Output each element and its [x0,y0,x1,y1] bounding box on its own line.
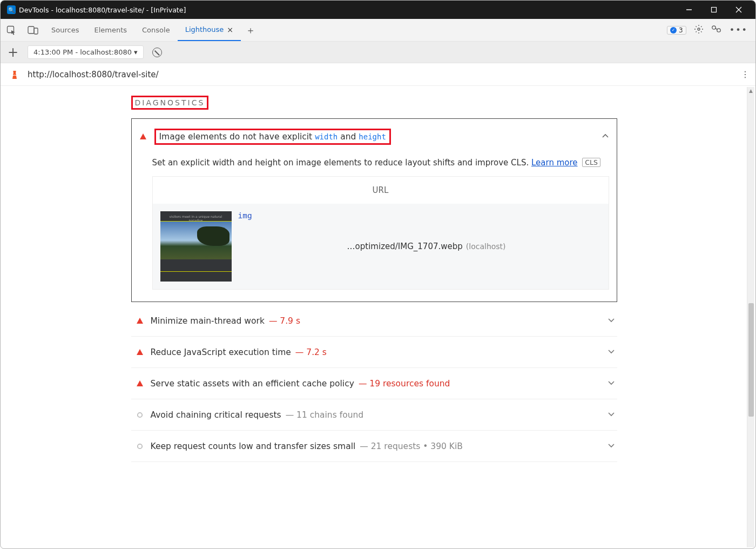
svg-rect-7 [14,71,16,72]
issues-count: 3 [679,26,683,34]
chevron-down-icon [608,379,615,388]
clear-report-icon[interactable] [152,48,162,57]
audit-description: Set an explicit width and height on imag… [152,158,609,168]
report-menu-icon[interactable]: ⋮ [741,69,750,79]
titlebar: 🔍 DevTools - localhost:8080/travel-site/… [1,1,755,19]
device-toolbar-icon[interactable] [22,19,44,42]
diagnostic-row[interactable]: Reduce JavaScript execution time— 7.2 s [131,337,617,368]
audit-title: Image elements do not have explicit widt… [154,129,391,145]
new-report-button[interactable]: + [4,45,22,60]
svg-point-8 [137,412,141,417]
tab-sources[interactable]: Sources [44,19,86,41]
report-selector[interactable]: 4:13:00 PM - localhost:8080 ▾ [28,45,144,59]
table-row: visitors meet in a unique natural paradi… [153,204,609,289]
diagnostic-title: Keep request counts low and transfer siz… [151,441,356,451]
more-tabs-button[interactable]: ＋ [241,24,260,37]
inspect-icon[interactable] [1,19,22,42]
url-bar: http://localhost:8080/travel-site/ ⋮ [1,63,755,86]
triangle-icon [139,133,147,140]
experiments-icon[interactable] [711,24,722,36]
lighthouse-icon [9,69,20,80]
minimize-button[interactable] [677,1,701,19]
chevron-down-icon [608,410,615,419]
tab-console[interactable]: Console [134,19,178,41]
diagnostic-row[interactable]: Avoid chaining critical requests— 11 cha… [131,399,617,431]
audit-expanded-panel: Image elements do not have explicit widt… [131,118,617,302]
element-tag: img [238,211,252,220]
scrollbar-thumb[interactable] [748,303,754,417]
circle-icon [133,443,146,450]
section-heading: DIAGNOSTICS [131,96,617,110]
maximize-button[interactable] [701,1,726,19]
devtools-tabstrip: SourcesElementsConsoleLighthouse× ＋ ✓ 3 … [1,19,755,42]
diagnostic-meta: — 19 resources found [359,379,450,389]
svg-rect-0 [712,8,717,12]
window-title: DevTools - localhost:8080/travel-site/ -… [19,6,677,14]
tab-elements[interactable]: Elements [86,19,134,41]
diagnostic-title: Minimize main-thread work [151,316,265,326]
triangle-icon [133,349,146,356]
tab-lighthouse[interactable]: Lighthouse× [178,19,241,41]
chevron-up-icon [602,132,609,142]
close-tab-icon[interactable]: × [227,25,233,34]
scrollbar[interactable]: ▲ [747,87,754,547]
svg-point-6 [717,29,720,32]
page-url: http://localhost:8080/travel-site/ [28,70,159,79]
diagnostic-row[interactable]: Keep request counts low and transfer siz… [131,431,617,462]
diagnostic-title: Avoid chaining critical requests [151,410,281,420]
report-content: DIAGNOSTICS Image elements do not have e… [1,87,747,548]
cls-chip: CLS [582,158,600,167]
diagnostic-meta: — 21 requests • 390 KiB [360,441,463,451]
scroll-up-icon[interactable]: ▲ [747,88,754,93]
circle-icon [133,412,146,418]
diagnostic-meta: — 7.2 s [295,347,327,357]
kebab-menu[interactable]: ••• [730,25,748,35]
chevron-down-icon [608,441,615,451]
diagnostic-row[interactable]: Serve static assets with an efficient ca… [131,368,617,399]
svg-point-9 [137,444,141,448]
svg-rect-2 [28,26,34,34]
triangle-icon [133,380,146,387]
audit-url-table: URL visitors meet in a unique natural pa… [152,176,609,290]
chevron-down-icon [608,347,615,357]
close-window-button[interactable] [726,1,751,19]
app-icon: 🔍 [7,5,16,14]
svg-point-4 [698,28,700,30]
thumbnail: visitors meet in a unique natural paradi… [160,211,232,282]
chevron-down-icon: ▾ [134,48,138,56]
issues-badge[interactable]: ✓ 3 [667,26,686,35]
column-header: URL [153,177,609,204]
resource-path: …optimized/IMG_1707.webp (localhost) [347,242,506,251]
diagnostic-meta: — 11 chains found [286,410,363,420]
svg-point-5 [712,26,715,29]
chevron-down-icon [608,316,615,325]
report-bar: + 4:13:00 PM - localhost:8080 ▾ [1,42,755,63]
diagnostic-meta: — 7.9 s [269,316,300,326]
diagnostic-title: Serve static assets with an efficient ca… [151,379,354,389]
learn-more-link[interactable]: Learn more [531,158,578,168]
triangle-icon [133,317,146,325]
svg-rect-3 [34,28,38,34]
settings-icon[interactable] [694,24,704,36]
audit-header[interactable]: Image elements do not have explicit widt… [139,129,609,145]
diagnostic-row[interactable]: Minimize main-thread work— 7.9 s [131,305,617,337]
window-frame: 🔍 DevTools - localhost:8080/travel-site/… [0,0,756,549]
diagnostic-title: Reduce JavaScript execution time [151,347,291,357]
